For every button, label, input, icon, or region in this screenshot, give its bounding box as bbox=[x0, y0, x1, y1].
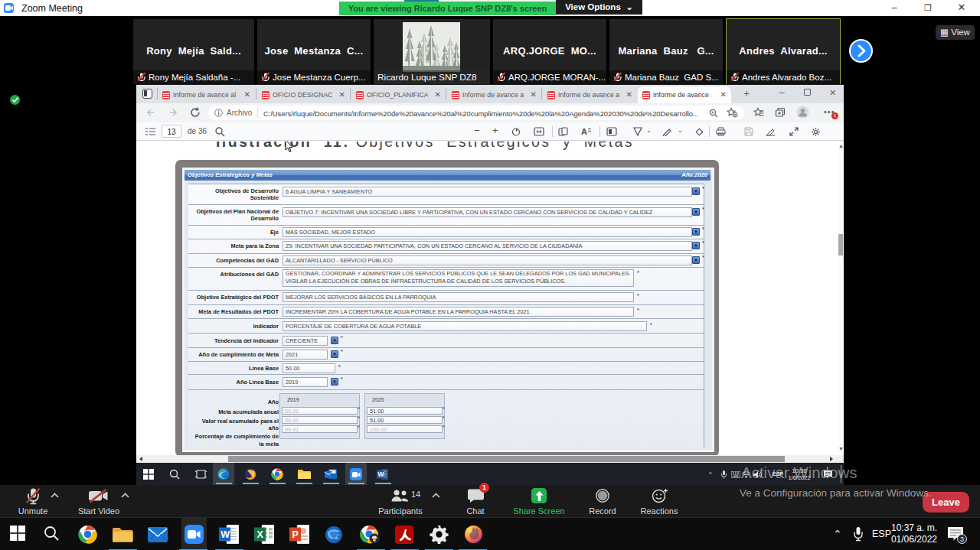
svg-text:P: P bbox=[292, 529, 299, 540]
svg-text:X: X bbox=[257, 529, 264, 540]
svg-text:A: A bbox=[581, 127, 587, 136]
svg-text:W: W bbox=[378, 470, 385, 478]
svg-text:W: W bbox=[220, 529, 230, 540]
